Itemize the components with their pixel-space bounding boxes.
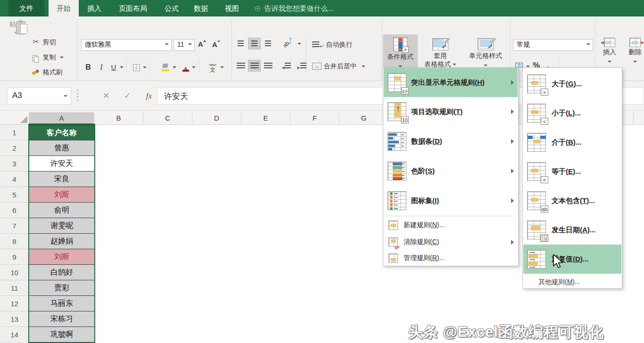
delete-cells-button[interactable]: ▸ 删除 bbox=[623, 34, 644, 84]
cut-button[interactable]: ✂ 剪切 bbox=[31, 36, 56, 48]
menu-item-manage-rules[interactable]: 管理规则(R)... bbox=[384, 250, 518, 267]
cell-a11[interactable]: 贾彩 bbox=[29, 280, 94, 296]
merge-center-icon: ↔ bbox=[312, 63, 322, 70]
cell-a13[interactable]: 宋栋习 bbox=[29, 311, 94, 327]
underline-button[interactable]: U bbox=[109, 61, 118, 74]
row-header-5[interactable]: 5 bbox=[0, 187, 29, 203]
row-header-12[interactable]: 12 bbox=[0, 296, 29, 311]
cell-a7[interactable]: 谢雯呢 bbox=[29, 218, 94, 234]
format-painter-button[interactable]: 格式刷 bbox=[31, 66, 62, 78]
tab-view[interactable]: 视图 bbox=[219, 0, 245, 16]
tab-page-layout[interactable]: 页面布局 bbox=[110, 0, 156, 16]
tab-home[interactable]: 开始 bbox=[49, 0, 79, 16]
row-header-13[interactable]: 13 bbox=[0, 311, 29, 327]
tab-formulas[interactable]: 公式 bbox=[158, 0, 185, 16]
fill-color-dropdown[interactable] bbox=[173, 66, 176, 68]
row-header-8[interactable]: 8 bbox=[0, 234, 29, 249]
wrap-text-button[interactable]: ↩ 自动换行 bbox=[312, 39, 353, 50]
tab-data[interactable]: 数据 bbox=[188, 0, 214, 16]
align-top-button[interactable] bbox=[234, 38, 247, 49]
cell-a10[interactable]: 白鹄好 bbox=[29, 265, 94, 280]
paste-button[interactable]: 粘贴 bbox=[4, 20, 28, 37]
row-header-4[interactable]: 4 bbox=[0, 172, 29, 187]
row-header-10[interactable]: 10 bbox=[0, 265, 29, 280]
borders-button[interactable] bbox=[131, 61, 141, 74]
fill-color-button[interactable] bbox=[160, 61, 171, 74]
orientation-dropdown[interactable] bbox=[297, 43, 301, 45]
column-header-b[interactable]: B bbox=[94, 112, 143, 124]
align-left-button[interactable] bbox=[234, 60, 247, 72]
row-header-6[interactable]: 6 bbox=[0, 203, 29, 218]
orientation-button[interactable]: ab⤢ bbox=[279, 38, 296, 49]
submenu-item-equal-to[interactable]: = 等于(E)... bbox=[523, 157, 621, 186]
column-header-g[interactable]: G bbox=[339, 112, 388, 124]
align-middle-button[interactable] bbox=[248, 38, 261, 49]
insert-function-button[interactable]: fx bbox=[140, 87, 157, 105]
cell-a2[interactable]: 曾惠 bbox=[29, 140, 94, 156]
menu-item-color-scales[interactable]: 色阶(S) bbox=[384, 156, 518, 186]
row-header-2[interactable]: 2 bbox=[0, 140, 29, 156]
font-color-dropdown[interactable] bbox=[192, 66, 196, 68]
row-header-11[interactable]: 11 bbox=[0, 280, 29, 296]
column-header-f[interactable]: F bbox=[290, 112, 339, 124]
column-header-c[interactable]: C bbox=[143, 112, 192, 124]
column-header-a[interactable]: A bbox=[29, 112, 94, 124]
row-header-9[interactable]: 9 bbox=[0, 249, 29, 265]
align-center-button[interactable] bbox=[248, 60, 261, 72]
merge-center-button[interactable]: ↔ 合并后居中 bbox=[312, 62, 365, 71]
phonetic-button[interactable]: wén文 bbox=[206, 61, 219, 74]
phonetic-dropdown[interactable] bbox=[220, 66, 224, 68]
submenu-item-text-contains[interactable]: ab 文本包含(T)... bbox=[523, 186, 621, 215]
cell-a12[interactable]: 马丽东 bbox=[29, 296, 94, 311]
menu-item-data-bars[interactable]: 数据条(D) bbox=[384, 127, 518, 156]
menu-item-highlight-cells-rules[interactable]: ≤> 突出显示单元格规则(H) bbox=[384, 68, 518, 97]
submenu-item-more-rules[interactable]: 其他规则(M)... bbox=[523, 274, 621, 291]
font-color-button[interactable]: A bbox=[181, 61, 190, 74]
submenu-item-greater-than[interactable]: > 大于(G)... bbox=[523, 69, 621, 98]
font-name-combo[interactable]: 微软雅黑 bbox=[81, 39, 172, 51]
submenu-item-less-than[interactable]: < 小于(L)... bbox=[523, 98, 621, 128]
row-header-1[interactable]: 1 bbox=[0, 125, 29, 140]
grow-font-button[interactable]: A bbox=[198, 40, 206, 49]
tab-insert[interactable]: 插入 bbox=[81, 0, 107, 16]
formula-bar-resize-handle[interactable] bbox=[77, 90, 79, 103]
cancel-button[interactable]: ✕ bbox=[97, 87, 116, 105]
submenu-item-between[interactable]: 介于(B)... bbox=[523, 128, 621, 157]
underline-dropdown[interactable] bbox=[120, 66, 124, 68]
increase-indent-button[interactable]: ▸ bbox=[295, 60, 309, 72]
cell-a1[interactable]: 客户名称 bbox=[29, 125, 94, 140]
menu-item-icon-sets[interactable]: 图标集(I) bbox=[384, 186, 518, 215]
row-header-14[interactable]: 14 bbox=[0, 327, 29, 343]
cell-a4[interactable]: 宋良 bbox=[29, 172, 94, 187]
name-box[interactable]: A3 bbox=[7, 87, 71, 105]
copy-button[interactable]: 复制 bbox=[31, 51, 64, 63]
select-all-corner[interactable] bbox=[0, 112, 29, 124]
decrease-indent-button[interactable]: ◂ bbox=[279, 60, 293, 72]
menu-item-clear-rules[interactable]: 清除规则(C) bbox=[384, 234, 518, 251]
tab-file[interactable]: 文件 bbox=[8, 0, 44, 16]
row-header-3[interactable]: 3 bbox=[0, 156, 29, 172]
cell-a9-duplicate[interactable]: 刘斯 bbox=[29, 249, 94, 265]
cell-a5-duplicate[interactable]: 刘斯 bbox=[29, 187, 94, 203]
bold-button[interactable]: B bbox=[83, 61, 93, 74]
cell-a8[interactable]: 赵婵娟 bbox=[29, 234, 94, 249]
submenu-item-date-occurring[interactable]: 发生日期(A)... bbox=[523, 215, 621, 245]
cell-a3-active[interactable]: 许安天 bbox=[29, 156, 94, 172]
tell-me-box[interactable]: ☉告诉我您想要做什么... bbox=[255, 0, 334, 16]
italic-button[interactable]: I bbox=[97, 61, 106, 74]
menu-item-top-bottom-rules[interactable]: ↑ 10 项目选取规则(T) bbox=[384, 97, 518, 126]
cell-a14[interactable]: 巩虢啊 bbox=[29, 327, 94, 343]
row-header-7[interactable]: 7 bbox=[0, 218, 29, 234]
borders-dropdown[interactable] bbox=[143, 66, 147, 68]
column-header-e[interactable]: E bbox=[241, 112, 290, 124]
enter-button[interactable]: ✓ bbox=[118, 87, 137, 105]
font-size-combo[interactable]: 11 bbox=[173, 39, 195, 51]
menu-item-new-rule[interactable]: 新建规则(N)... bbox=[384, 217, 518, 234]
cell-a6[interactable]: 俞明 bbox=[29, 203, 94, 218]
align-bottom-button[interactable] bbox=[262, 38, 274, 49]
submenu-item-duplicate-values[interactable]: 重复值(D)... bbox=[523, 245, 621, 274]
column-header-d[interactable]: D bbox=[192, 112, 241, 124]
shrink-font-button[interactable]: A bbox=[212, 41, 220, 49]
number-format-combo[interactable]: 常规 bbox=[513, 39, 593, 51]
align-right-button[interactable] bbox=[262, 60, 274, 72]
